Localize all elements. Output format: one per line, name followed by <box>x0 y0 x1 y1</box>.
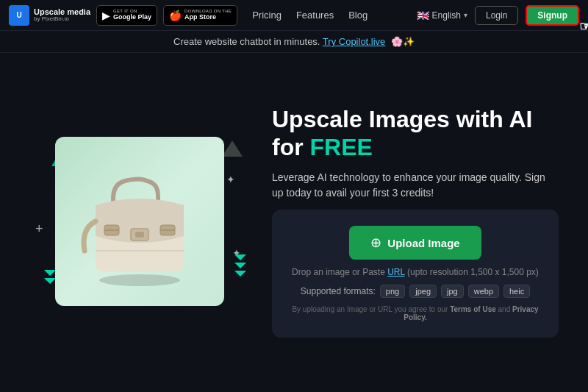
apple-icon: 🍎 <box>169 10 182 21</box>
format-jpg: jpg <box>441 285 464 298</box>
upload-hint-text: Drop an image or Paste <box>292 267 387 277</box>
promo-banner: Create website chatbot in minutes. Try C… <box>0 31 588 53</box>
google-play-text: GET IT ON Google Play <box>113 9 151 21</box>
promo-link[interactable]: Try Copilot.live <box>323 36 385 47</box>
signup-button[interactable]: Signup ☞ <box>526 5 579 26</box>
chevron-teal-1 <box>44 270 56 276</box>
hero-title-line1: Upscale Images with AI <box>272 106 532 132</box>
app-store-badge[interactable]: 🍎 Download on the App Store <box>163 5 237 26</box>
upload-button-label: Upload Image <box>387 237 459 249</box>
brand-logo-area: U Upscale media by PixelBin.io <box>9 5 90 26</box>
plus-icon: ⊕ <box>370 235 381 251</box>
svg-point-8 <box>99 274 180 286</box>
tos-text: By uploading an Image or URL you agree t… <box>292 305 450 313</box>
upload-card: ⊕ Upload Image Drop an image or Paste UR… <box>272 210 559 338</box>
google-play-main: Google Play <box>113 14 151 21</box>
login-button[interactable]: Login <box>475 6 518 25</box>
brand-text: Upscale media by PixelBin.io <box>34 7 90 23</box>
flag-icon: 🇬🇧 <box>417 10 429 21</box>
language-selector[interactable]: 🇬🇧 English ▾ <box>417 10 467 21</box>
lang-label: English <box>432 10 461 21</box>
hero-title-line2: for <box>272 134 310 160</box>
google-play-icon: ▶ <box>102 10 110 21</box>
deco-chevrons-bl <box>44 270 56 284</box>
hero-subtitle: Leverage AI technology to enhance your i… <box>272 170 551 201</box>
chevron-teal-2 <box>44 278 56 284</box>
hero-title: Upscale Images with AI for FREE <box>272 105 559 162</box>
hero-title-free: FREE <box>310 134 373 160</box>
upload-hint: Drop an image or Paste URL (upto resolut… <box>292 267 539 277</box>
app-store-main: App Store <box>184 14 232 21</box>
format-webp: webp <box>468 285 499 298</box>
format-png: png <box>380 285 405 298</box>
navbar: U Upscale media by PixelBin.io ▶ GET IT … <box>0 0 588 31</box>
format-heic: heic <box>503 285 530 298</box>
tos-and: and <box>496 305 512 313</box>
format-jpeg: jpeg <box>409 285 437 298</box>
cursor-icon: ☞ <box>579 18 588 35</box>
upload-hint-res: (upto resolution 1,500 x 1,500 px) <box>405 267 539 277</box>
brand-icon: U <box>9 5 29 26</box>
deco-star-tr: ✦ <box>226 174 235 185</box>
nav-link-blog[interactable]: Blog <box>348 10 368 21</box>
hero-image-container: ✦ + ✦ <box>29 137 250 306</box>
signup-label: Signup <box>537 10 567 21</box>
handbag-illustration <box>74 155 206 288</box>
google-play-badge[interactable]: ▶ GET IT ON Google Play <box>96 5 157 26</box>
hero-section: ✦ + ✦ <box>0 53 588 390</box>
promo-emoji: 🌸✨ <box>391 36 415 47</box>
product-image <box>55 137 224 306</box>
chevron-green-1 <box>234 254 246 260</box>
chevron-down-icon: ▾ <box>464 11 467 19</box>
promo-text: Create website chatbot in minutes. <box>173 36 320 47</box>
deco-chevrons-br <box>234 254 246 277</box>
app-store-text: Download on the App Store <box>184 9 232 21</box>
url-link[interactable]: URL <box>387 267 405 277</box>
chevron-green-3 <box>234 271 246 277</box>
nav-link-features[interactable]: Features <box>296 10 334 21</box>
upload-button[interactable]: ⊕ Upload Image <box>349 226 481 260</box>
hero-content: Upscale Images with AI for FREE Leverage… <box>272 105 559 338</box>
nav-link-pricing[interactable]: Pricing <box>252 10 282 21</box>
nav-links: Pricing Features Blog <box>252 10 410 21</box>
deco-triangle-tr <box>222 140 243 157</box>
tos-row: By uploading an Image or URL you agree t… <box>290 305 541 321</box>
formats-label: Supported formats: <box>301 286 376 296</box>
deco-plus-left: + <box>35 221 43 237</box>
svg-rect-2 <box>135 232 144 238</box>
tos-link[interactable]: Terms of Use <box>450 305 496 313</box>
nav-right: 🇬🇧 English ▾ Login Signup ☞ <box>417 5 579 26</box>
chevron-green-2 <box>234 263 246 268</box>
brand-sub: by PixelBin.io <box>34 16 90 23</box>
format-row: Supported formats: png jpeg jpg webp hei… <box>301 285 530 298</box>
